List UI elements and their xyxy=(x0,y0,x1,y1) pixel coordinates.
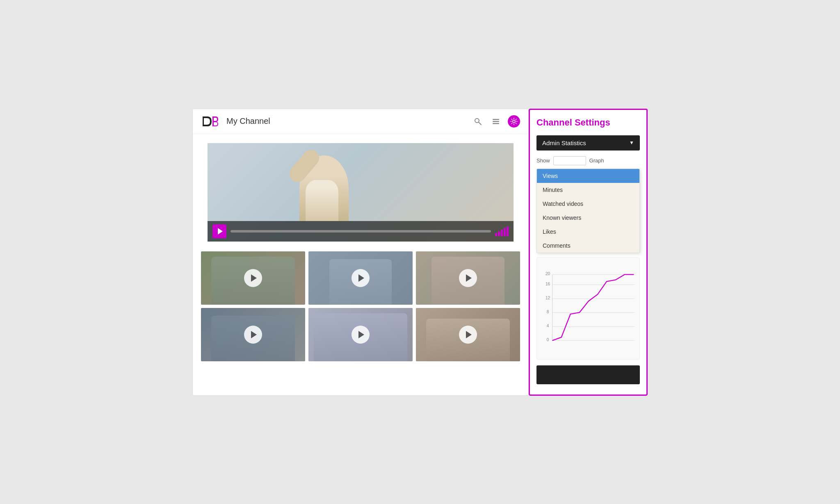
video-thumb-1[interactable] xyxy=(201,251,305,305)
svg-text:16: 16 xyxy=(546,282,550,286)
thumb-play-2[interactable] xyxy=(352,269,370,287)
right-panel: Channel Settings Admin Statistics ▼ Show… xyxy=(529,109,648,396)
admin-stats-dropdown[interactable]: Admin Statistics ▼ xyxy=(536,135,640,151)
volume-control[interactable] xyxy=(495,226,509,236)
settings-button[interactable] xyxy=(508,115,520,128)
svg-rect-5 xyxy=(493,123,499,124)
main-panel: My Channel xyxy=(192,109,529,396)
list-button[interactable] xyxy=(490,115,502,128)
dropdown-item-watched-videos[interactable]: Watched videos xyxy=(537,197,639,211)
search-button[interactable] xyxy=(472,115,484,128)
svg-text:0: 0 xyxy=(547,338,549,342)
outer-wrapper: My Channel xyxy=(192,109,648,396)
settings-title: Channel Settings xyxy=(536,117,640,128)
chart-svg: 0 4 8 12 16 20 xyxy=(541,262,635,356)
video-thumb-2[interactable] xyxy=(308,251,413,305)
admin-stats-label: Admin Statistics xyxy=(542,139,586,146)
dropdown-item-views[interactable]: Views xyxy=(537,169,639,183)
show-graph-row: Show Graph xyxy=(536,156,640,165)
channel-title: My Channel xyxy=(226,116,270,126)
logo-area: My Channel xyxy=(201,114,270,129)
top-bar-actions xyxy=(472,115,520,128)
svg-rect-4 xyxy=(493,121,499,122)
video-thumb-6[interactable] xyxy=(416,308,520,361)
video-thumb-5[interactable] xyxy=(308,308,413,361)
dropdown-arrow-icon: ▼ xyxy=(629,140,634,146)
bottom-action-bar[interactable] xyxy=(536,365,640,384)
video-controls xyxy=(208,221,514,242)
svg-text:4: 4 xyxy=(547,324,549,328)
video-thumb-3[interactable] xyxy=(416,251,520,305)
thumb-play-4[interactable] xyxy=(244,326,262,344)
graph-label: Graph xyxy=(589,157,604,164)
progress-bar[interactable] xyxy=(231,230,491,233)
svg-point-6 xyxy=(513,120,515,123)
dropdown-menu: Views Minutes Watched videos Known viewe… xyxy=(536,169,640,253)
chart-area: 0 4 8 12 16 20 xyxy=(536,257,640,360)
svg-rect-3 xyxy=(493,119,499,120)
dropdown-item-minutes[interactable]: Minutes xyxy=(537,183,639,197)
svg-text:20: 20 xyxy=(546,271,550,276)
show-label: Show xyxy=(536,157,550,164)
hero-video[interactable] xyxy=(208,143,514,242)
play-button[interactable] xyxy=(212,224,226,238)
show-input[interactable] xyxy=(553,156,586,165)
svg-line-2 xyxy=(479,122,481,125)
video-thumb-4[interactable] xyxy=(201,308,305,361)
thumb-play-6[interactable] xyxy=(459,326,477,344)
dropdown-item-known-viewers[interactable]: Known viewers xyxy=(537,211,639,225)
svg-text:8: 8 xyxy=(547,310,549,314)
thumb-play-1[interactable] xyxy=(244,269,262,287)
thumb-play-5[interactable] xyxy=(352,326,370,344)
svg-text:12: 12 xyxy=(546,296,550,300)
dropdown-item-comments[interactable]: Comments xyxy=(537,239,639,253)
top-bar: My Channel xyxy=(193,109,528,134)
dropdown-item-likes[interactable]: Likes xyxy=(537,225,639,239)
dreambroker-logo xyxy=(201,114,219,129)
video-grid xyxy=(193,246,528,366)
thumb-play-3[interactable] xyxy=(459,269,477,287)
